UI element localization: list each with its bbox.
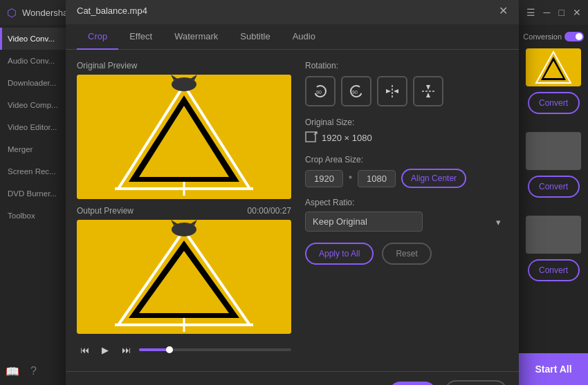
sidebar-bottom-icons: 📖 ? <box>6 365 37 378</box>
convert-button-3[interactable]: Convert <box>528 259 580 281</box>
crop-separator: * <box>349 173 352 184</box>
tab-crop[interactable]: Crop <box>77 24 118 50</box>
sidebar-item-downloader[interactable]: Downloader... <box>0 72 66 94</box>
help-icon[interactable]: ? <box>30 365 37 378</box>
modal-tabs: Crop Effect Watermark Subtitle Audio <box>66 24 519 50</box>
modal-filename: Cat_balance.mp4 <box>77 6 147 16</box>
progress-thumb[interactable] <box>166 346 173 353</box>
original-size-label: Original Size: <box>305 118 508 127</box>
crop-width-input[interactable] <box>305 170 343 187</box>
modal-overlay: Cat_balance.mp4 ✕ Crop Effect Watermark … <box>66 25 519 385</box>
right-thumb-1 <box>526 48 581 86</box>
start-all-button[interactable]: Start All <box>519 353 588 385</box>
rotate-cw-90-button[interactable]: 90 <box>341 76 371 106</box>
output-preview-label: Output Preview <box>77 206 134 216</box>
svg-rect-35 <box>526 216 581 254</box>
tab-subtitle[interactable]: Subtitle <box>229 24 281 50</box>
align-center-button[interactable]: Align Center <box>401 169 466 188</box>
aspect-ratio-select[interactable]: Keep Original 16:9 4:3 1:1 9:16 <box>305 212 423 232</box>
tab-audio[interactable]: Audio <box>282 24 327 50</box>
aspect-ratio-wrapper: Keep Original 16:9 4:3 1:1 9:16 ▾ <box>305 212 508 232</box>
flip-h-icon <box>385 84 400 99</box>
sidebar-item-audio-conv[interactable]: Audio Conv... <box>0 50 66 72</box>
modal-close-button[interactable]: ✕ <box>499 4 508 17</box>
cancel-button[interactable]: Cancel <box>444 380 508 385</box>
apply-to-all-button[interactable]: Apply to All <box>305 243 374 265</box>
convert-button-1[interactable]: Convert <box>528 92 580 114</box>
right-panel-header: Conversion <box>523 32 584 41</box>
reset-button[interactable]: Reset <box>382 243 431 265</box>
sidebar-item-dvd-burner[interactable]: DVD Burner... <box>0 182 66 205</box>
crop-area-inputs: * Align Center <box>305 169 508 188</box>
close-icon[interactable]: ✕ <box>573 7 581 18</box>
conversion-label: Conversion <box>523 32 562 41</box>
sidebar: Video Conv... Audio Conv... Downloader..… <box>0 25 66 385</box>
thumb-2-preview <box>526 132 581 170</box>
sidebar-item-video-editor[interactable]: Video Editor... <box>0 116 66 138</box>
svg-marker-23 <box>386 89 391 93</box>
rotate-ccw-icon: 90 <box>313 84 328 99</box>
crop-area-size-label: Crop Area Size: <box>305 155 508 165</box>
output-preview-header: Output Preview 00:00/00:27 <box>77 206 291 216</box>
main-layout: Video Conv... Audio Conv... Downloader..… <box>0 25 588 385</box>
aspect-ratio-label: Aspect Ratio: <box>305 198 508 207</box>
aspect-ratio-chevron-icon: ▾ <box>496 216 501 227</box>
output-time: 00:00/00:27 <box>248 206 291 216</box>
resize-icon <box>305 131 318 144</box>
book-icon[interactable]: 📖 <box>6 365 19 378</box>
tab-effect[interactable]: Effect <box>118 24 163 50</box>
sidebar-item-merger[interactable]: Merger <box>0 138 66 160</box>
sidebar-item-toolbox[interactable]: Toolbox <box>0 205 66 227</box>
thumb-1-preview <box>526 48 581 86</box>
thumb-3-preview <box>526 216 581 254</box>
right-thumb-2 <box>526 132 581 170</box>
progress-bar[interactable] <box>139 348 291 351</box>
right-thumb-3 <box>526 216 581 254</box>
action-buttons: Apply to All Reset <box>305 243 508 265</box>
svg-rect-34 <box>526 132 581 170</box>
svg-text:90: 90 <box>316 90 322 95</box>
flip-horizontal-button[interactable] <box>377 76 407 106</box>
svg-text:90: 90 <box>352 90 358 95</box>
rotate-ccw-90-button[interactable]: 90 <box>305 76 336 106</box>
svg-rect-28 <box>306 132 315 142</box>
playback-controls: ⏮ ▶ ⏭ <box>77 339 291 360</box>
preview-section: Original Preview <box>77 61 291 360</box>
modal-footer: OK Cancel <box>66 371 519 385</box>
modal-header: Cat_balance.mp4 ✕ <box>66 0 519 24</box>
modal-body: Original Preview <box>66 50 519 371</box>
ok-button[interactable]: OK <box>389 382 436 385</box>
svg-marker-27 <box>426 93 430 97</box>
original-preview-video <box>77 75 291 199</box>
flip-v-icon <box>421 84 436 99</box>
svg-marker-24 <box>394 89 398 93</box>
original-preview-label: Original Preview <box>77 61 291 71</box>
sidebar-item-video-conv[interactable]: Video Conv... <box>0 28 66 50</box>
controls-section: Rotation: 90 90 <box>305 61 508 360</box>
output-preview-video <box>77 220 291 334</box>
minimize-icon[interactable]: ─ <box>544 7 551 18</box>
sidebar-item-screen-rec[interactable]: Screen Rec... <box>0 160 66 182</box>
sidebar-item-video-comp[interactable]: Video Comp... <box>0 94 66 116</box>
rotation-buttons: 90 90 <box>305 76 508 106</box>
rotate-cw-icon: 90 <box>349 84 364 99</box>
crop-modal: Cat_balance.mp4 ✕ Crop Effect Watermark … <box>66 0 519 385</box>
flip-vertical-button[interactable] <box>413 76 443 106</box>
right-panel: Conversion Convert Convert Conve <box>519 25 588 385</box>
crop-height-input[interactable] <box>358 170 396 187</box>
next-frame-button[interactable]: ⏭ <box>118 342 134 357</box>
play-button[interactable]: ▶ <box>98 342 113 357</box>
convert-button-2[interactable]: Convert <box>528 176 580 198</box>
tab-watermark[interactable]: Watermark <box>163 24 229 50</box>
rotation-label: Rotation: <box>305 61 508 71</box>
svg-marker-26 <box>426 85 430 90</box>
prev-frame-button[interactable]: ⏮ <box>77 342 92 357</box>
original-size-value: 1920 × 1080 <box>305 131 508 144</box>
maximize-icon[interactable]: □ <box>559 7 564 18</box>
conversion-toggle[interactable] <box>564 32 584 41</box>
app-logo: ⬡ <box>7 6 17 19</box>
content-area: Cat_balance.mp4 ✕ Crop Effect Watermark … <box>66 25 519 385</box>
progress-fill <box>139 348 169 351</box>
menu-icon[interactable]: ☰ <box>526 7 535 18</box>
